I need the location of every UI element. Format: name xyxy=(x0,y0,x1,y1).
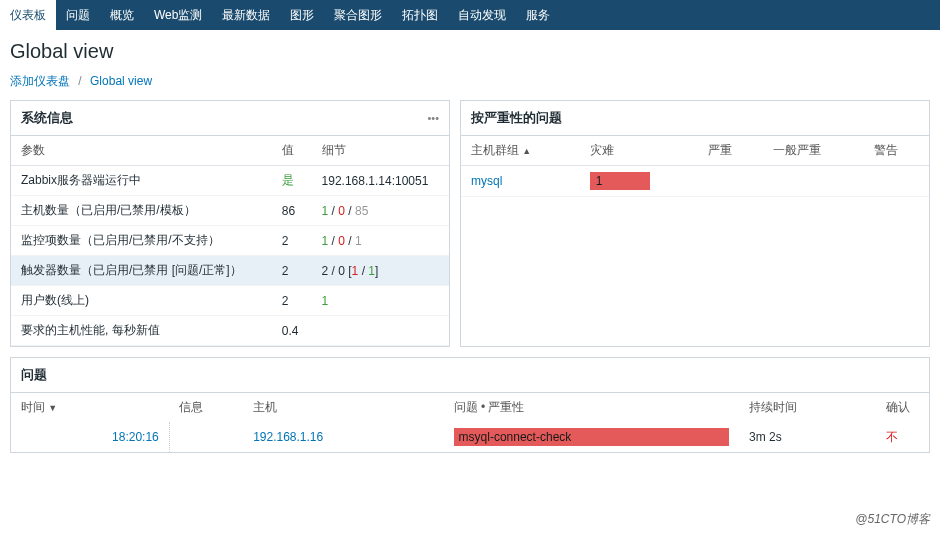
problem-duration: 3m 2s xyxy=(739,422,876,452)
problems-col-ack: 确认 xyxy=(876,393,929,422)
sysinfo-value: 是 xyxy=(272,166,312,196)
sysinfo-detail: 1 / 0 / 85 xyxy=(312,196,449,226)
nav-maps[interactable]: 拓扑图 xyxy=(392,0,448,30)
nav-dashboard[interactable]: 仪表板 xyxy=(0,0,56,30)
sysinfo-row: 触发器数量（已启用/已禁用 [问题/正常]）22 / 0 [1 / 1] xyxy=(11,256,449,286)
sysinfo-param: 触发器数量（已启用/已禁用 [问题/正常]） xyxy=(11,256,272,286)
sysinfo-col-param: 参数 xyxy=(11,136,272,166)
sysinfo-row: Zabbix服务器端运行中是192.168.1.14:10051 xyxy=(11,166,449,196)
sysinfo-value: 2 xyxy=(272,226,312,256)
nav-services[interactable]: 服务 xyxy=(516,0,560,30)
problems-col-duration: 持续时间 xyxy=(739,393,876,422)
severity-row: mysql 1 xyxy=(461,166,929,197)
nav-latest-data[interactable]: 最新数据 xyxy=(212,0,280,30)
breadcrumb: 添加仪表盘 / Global view xyxy=(0,68,940,100)
system-info-table: 参数 值 细节 Zabbix服务器端运行中是192.168.1.14:10051… xyxy=(11,136,449,346)
sysinfo-detail: 2 / 0 [1 / 1] xyxy=(312,256,449,286)
widget-menu-icon[interactable]: ••• xyxy=(427,112,439,124)
nav-discovery[interactable]: 自动发现 xyxy=(448,0,516,30)
severity-col-average: 一般严重 xyxy=(763,136,864,166)
page-title: Global view xyxy=(0,30,940,68)
problem-host[interactable]: 192.168.1.16 xyxy=(253,430,323,444)
sysinfo-param: 监控项数量（已启用/已禁用/不支持） xyxy=(11,226,272,256)
nav-graphs[interactable]: 图形 xyxy=(280,0,324,30)
nav-overview[interactable]: 概览 xyxy=(100,0,144,30)
severity-col-hostgroup[interactable]: 主机群组 ▲ xyxy=(461,136,580,166)
sysinfo-param: 用户数(线上) xyxy=(11,286,272,316)
problems-title: 问题 xyxy=(11,358,929,393)
problems-widget: 问题 时间 ▼ 信息 主机 问题 • 严重性 持续时间 确认 18:20:16 … xyxy=(10,357,930,453)
sysinfo-detail: 1 xyxy=(312,286,449,316)
sysinfo-value: 0.4 xyxy=(272,316,312,346)
problem-row: 18:20:16 192.168.1.16 msyql-connect-chec… xyxy=(11,422,929,452)
top-navbar: 仪表板 问题 概览 Web监测 最新数据 图形 聚合图形 拓扑图 自动发现 服务 xyxy=(0,0,940,30)
sysinfo-row: 监控项数量（已启用/已禁用/不支持）21 / 0 / 1 xyxy=(11,226,449,256)
problem-time[interactable]: 18:20:16 xyxy=(112,430,159,444)
disaster-count[interactable]: 1 xyxy=(590,172,650,190)
sysinfo-value: 2 xyxy=(272,256,312,286)
problem-severity-badge[interactable]: msyql-connect-check xyxy=(454,428,729,446)
sysinfo-value: 86 xyxy=(272,196,312,226)
problems-col-problem: 问题 • 严重性 xyxy=(444,393,739,422)
sysinfo-param: Zabbix服务器端运行中 xyxy=(11,166,272,196)
problems-col-time[interactable]: 时间 ▼ xyxy=(11,393,169,422)
system-info-title: 系统信息 xyxy=(21,109,73,127)
sysinfo-value: 2 xyxy=(272,286,312,316)
nav-web[interactable]: Web监测 xyxy=(144,0,212,30)
sysinfo-detail xyxy=(312,316,449,346)
severity-title: 按严重性的问题 xyxy=(471,109,562,127)
problems-col-host: 主机 xyxy=(243,393,443,422)
sysinfo-param: 要求的主机性能, 每秒新值 xyxy=(11,316,272,346)
nav-problems[interactable]: 问题 xyxy=(56,0,100,30)
sysinfo-row: 要求的主机性能, 每秒新值0.4 xyxy=(11,316,449,346)
sysinfo-detail: 192.168.1.14:10051 xyxy=(312,166,449,196)
severity-col-warning: 警告 xyxy=(864,136,929,166)
problems-table: 时间 ▼ 信息 主机 问题 • 严重性 持续时间 确认 18:20:16 192… xyxy=(11,393,929,452)
sysinfo-param: 主机数量（已启用/已禁用/模板） xyxy=(11,196,272,226)
severity-widget: 按严重性的问题 主机群组 ▲ 灾难 严重 一般严重 警告 mysql 1 xyxy=(460,100,930,347)
sort-down-icon: ▼ xyxy=(48,403,57,413)
problem-info xyxy=(169,422,243,452)
sysinfo-col-detail: 细节 xyxy=(312,136,449,166)
sysinfo-detail: 1 / 0 / 1 xyxy=(312,226,449,256)
hostgroup-link[interactable]: mysql xyxy=(471,174,502,188)
system-info-widget: 系统信息 ••• 参数 值 细节 Zabbix服务器端运行中是192.168.1… xyxy=(10,100,450,347)
severity-col-high: 严重 xyxy=(698,136,763,166)
sort-up-icon: ▲ xyxy=(522,146,531,156)
problem-ack[interactable]: 不 xyxy=(886,430,898,444)
sysinfo-row: 主机数量（已启用/已禁用/模板）861 / 0 / 85 xyxy=(11,196,449,226)
breadcrumb-add-dashboard[interactable]: 添加仪表盘 xyxy=(10,74,70,88)
problems-col-info: 信息 xyxy=(169,393,243,422)
severity-col-disaster: 灾难 xyxy=(580,136,698,166)
sysinfo-col-value: 值 xyxy=(272,136,312,166)
severity-table: 主机群组 ▲ 灾难 严重 一般严重 警告 mysql 1 xyxy=(461,136,929,197)
nav-screens[interactable]: 聚合图形 xyxy=(324,0,392,30)
breadcrumb-sep: / xyxy=(78,74,81,88)
sysinfo-row: 用户数(线上)21 xyxy=(11,286,449,316)
breadcrumb-current[interactable]: Global view xyxy=(90,74,152,88)
